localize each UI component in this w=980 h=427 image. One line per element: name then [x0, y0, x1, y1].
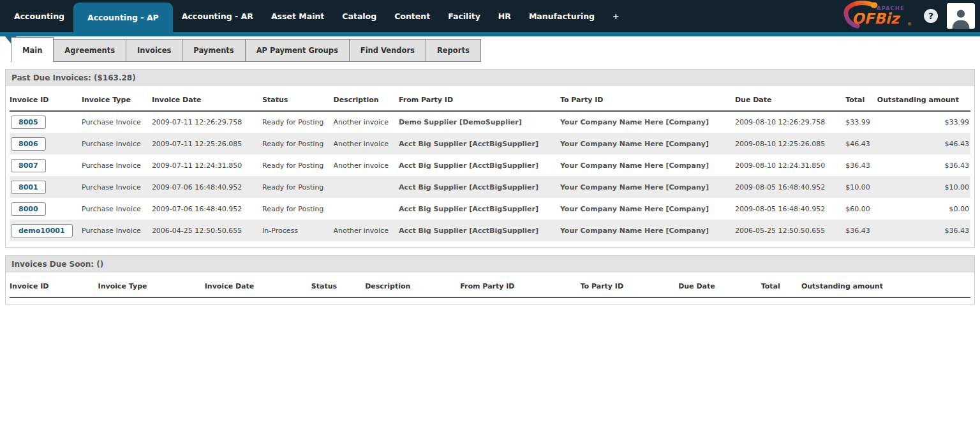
sub-tab-reports[interactable]: Reports: [426, 39, 481, 62]
sub-tab-ap-payment-groups[interactable]: AP Payment Groups: [245, 39, 350, 62]
cell-from: Acct Big Supplier [AcctBigSupplier]: [399, 198, 560, 220]
cell-outstanding: $36.43: [877, 154, 970, 176]
col-from-party-id: From Party ID: [399, 90, 560, 111]
cell-date: 2009-07-06 16:48:40.952: [152, 176, 262, 198]
app-tab-accounting-ap[interactable]: Accounting - AP: [73, 3, 173, 32]
sub-tabs: MainAgreementsInvoicesPaymentsAP Payment…: [11, 37, 481, 62]
past-due-table: Invoice IDInvoice TypeInvoice DateStatus…: [10, 90, 970, 241]
cell-date: 2006-04-25 12:50:50.655: [152, 220, 262, 241]
person-icon: [949, 7, 972, 29]
logo-trademark: ®: [907, 22, 912, 27]
cell-id: 8006: [10, 133, 82, 154]
app-nav-bar: AccountingAccounting - APAccounting - AR…: [0, 0, 980, 32]
app-tab-catalog[interactable]: Catalog: [333, 0, 385, 32]
sub-tab-find-vendors[interactable]: Find Vendors: [349, 39, 426, 62]
cell-due: 2009-08-10 12:26:29.758: [735, 111, 845, 133]
sub-tab-main[interactable]: Main: [11, 37, 54, 62]
user-avatar[interactable]: [947, 3, 975, 29]
invoice-id-button[interactable]: demo10001: [11, 224, 73, 237]
cell-outstanding: $36.43: [877, 220, 970, 241]
cell-from: Demo Supplier [DemoSupplier]: [399, 111, 560, 133]
cell-id: 8000: [10, 198, 82, 220]
logo-name-text: OFBiz: [852, 10, 901, 27]
col-to-party-id: To Party ID: [581, 276, 679, 297]
help-button[interactable]: ?: [924, 9, 938, 23]
cell-due: 2009-08-05 16:48:40.952: [735, 198, 845, 220]
ofbiz-logo-icon: APACHE OFBiz ®: [838, 1, 915, 29]
cell-from: Acct Big Supplier [AcctBigSupplier]: [399, 133, 560, 154]
cell-status: In-Process: [262, 220, 333, 241]
cell-status: Ready for Posting: [262, 154, 333, 176]
app-tab-content[interactable]: Content: [385, 0, 439, 32]
cell-id: 8001: [10, 176, 82, 198]
cell-total: $36.43: [845, 220, 877, 241]
app-tab-accounting[interactable]: Accounting: [5, 0, 73, 32]
app-tabs: AccountingAccounting - APAccounting - AR…: [5, 0, 628, 32]
cell-total: $10.00: [845, 176, 877, 198]
invoice-row-8006: 8006Purchase Invoice2009-07-11 12:25:26.…: [10, 133, 970, 154]
due-soon-header-row: Invoice IDInvoice TypeInvoice DateStatus…: [10, 276, 970, 297]
invoice-id-button[interactable]: 8005: [11, 116, 46, 129]
app-tab-plus[interactable]: +: [604, 0, 628, 32]
sub-tab-agreements[interactable]: Agreements: [53, 39, 126, 62]
cell-outstanding: $33.99: [877, 111, 970, 133]
app-tab-asset-maint[interactable]: Asset Maint: [262, 0, 333, 32]
cell-date: 2009-07-11 12:24:31.850: [152, 154, 262, 176]
sub-tab-payments[interactable]: Payments: [182, 39, 245, 62]
invoice-id-button[interactable]: 8006: [11, 137, 46, 151]
past-due-title: Past Due Invoices: ($163.28): [6, 70, 974, 86]
cell-description: [334, 176, 399, 198]
invoice-row-8000: 8000Purchase Invoice2009-07-06 16:48:40.…: [10, 198, 970, 220]
invoice-row-8007: 8007Purchase Invoice2009-07-11 12:24:31.…: [10, 154, 970, 176]
help-icon: ?: [928, 11, 933, 21]
due-soon-body: Invoice IDInvoice TypeInvoice DateStatus…: [6, 273, 974, 304]
col-outstanding-amount: Outstanding amount: [877, 90, 970, 111]
topbar-right: APACHE OFBiz ® ?: [838, 0, 976, 32]
cell-type: Purchase Invoice: [82, 154, 152, 176]
cell-outstanding: $46.43: [877, 133, 970, 154]
cell-due: 2006-05-25 12:50:50.655: [735, 220, 845, 241]
past-due-header-row: Invoice IDInvoice TypeInvoice DateStatus…: [10, 90, 970, 111]
cell-type: Purchase Invoice: [82, 111, 152, 133]
col-to-party-id: To Party ID: [560, 90, 735, 111]
invoice-id-button[interactable]: 8001: [11, 181, 46, 194]
past-due-section: Past Due Invoices: ($163.28) Invoice IDI…: [5, 69, 975, 248]
cell-to: Your Company Name Here [Company]: [560, 198, 735, 220]
app-tab-hr[interactable]: HR: [489, 0, 520, 32]
invoice-id-button[interactable]: 8007: [11, 159, 46, 172]
cell-total: $33.99: [845, 111, 877, 133]
app-tab-manufacturing[interactable]: Manufacturing: [520, 0, 604, 32]
sub-tab-invoices[interactable]: Invoices: [126, 39, 182, 62]
cell-date: 2009-07-06 16:48:40.952: [152, 198, 262, 220]
cell-description: Another invoice: [334, 133, 399, 154]
cell-due: 2009-08-10 12:24:31.850: [735, 154, 845, 176]
cell-status: Ready for Posting: [262, 133, 333, 154]
cell-description: [334, 198, 399, 220]
cell-date: 2009-07-11 12:26:29.758: [152, 111, 262, 133]
cell-type: Purchase Invoice: [82, 198, 152, 220]
col-from-party-id: From Party ID: [460, 276, 580, 297]
due-soon-table: Invoice IDInvoice TypeInvoice DateStatus…: [10, 276, 970, 298]
cell-outstanding: $10.00: [877, 176, 970, 198]
cell-type: Purchase Invoice: [82, 220, 152, 241]
cell-to: Your Company Name Here [Company]: [560, 133, 735, 154]
col-due-date: Due Date: [678, 276, 761, 297]
cell-total: $46.43: [845, 133, 877, 154]
cell-from: Acct Big Supplier [AcctBigSupplier]: [399, 220, 560, 241]
cell-id: 8005: [10, 111, 82, 133]
cell-to: Your Company Name Here [Company]: [560, 176, 735, 198]
cell-due: 2009-08-10 12:25:26.085: [735, 133, 845, 154]
due-soon-title: Invoices Due Soon: (): [6, 256, 974, 273]
invoice-row-demo10001: demo10001Purchase Invoice2006-04-25 12:5…: [10, 220, 970, 241]
invoice-id-button[interactable]: 8000: [11, 202, 46, 216]
cell-to: Your Company Name Here [Company]: [560, 111, 735, 133]
active-app-strip: [0, 32, 980, 36]
cell-status: Ready for Posting: [262, 111, 333, 133]
col-invoice-id: Invoice ID: [10, 90, 82, 111]
app-tab-accounting-ar[interactable]: Accounting - AR: [173, 0, 262, 32]
cell-outstanding: $0.00: [877, 198, 970, 220]
cell-description: Another invoice: [334, 220, 399, 241]
app-tab-facility[interactable]: Facility: [439, 0, 489, 32]
cell-description: Another invoice: [334, 111, 399, 133]
ofbiz-logo[interactable]: APACHE OFBiz ®: [838, 1, 915, 31]
